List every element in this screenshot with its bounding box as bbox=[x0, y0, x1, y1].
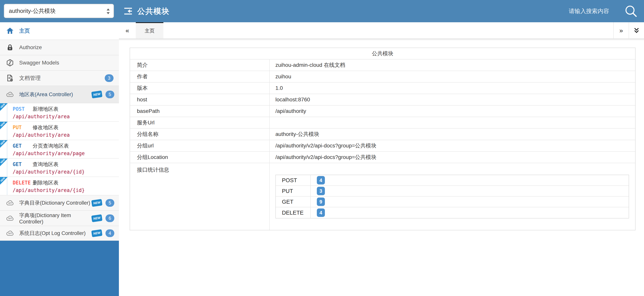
api-stats-row: 接口统计信息 POST 4 PUT 3 bbox=[130, 163, 635, 230]
new-ribbon: NEW bbox=[91, 214, 102, 222]
endpoint-name: 分页查询地区表 bbox=[32, 142, 69, 149]
sidebar: 主页 Authorize Swagger Mode bbox=[0, 22, 119, 296]
main-content: « 主页 » 公共模块 简介 zuihou-admin-cloud 在线文档 bbox=[119, 22, 644, 296]
sidebar-controller-label: 字典项(Dictionary Item Controller) bbox=[19, 212, 92, 225]
table-row: 分组url /api/authority/v2/api-docs?group=公… bbox=[130, 140, 635, 152]
api-cloud-icon: API bbox=[6, 200, 14, 206]
api-cloud-icon: API bbox=[6, 230, 14, 236]
endpoint-name: 查询地区表 bbox=[32, 161, 58, 168]
sidebar-item-home[interactable]: 主页 bbox=[0, 22, 119, 40]
table-row: basePath /api/authority bbox=[130, 106, 635, 117]
table-row: host localhost:8760 bbox=[130, 94, 635, 106]
tabbar-spacer bbox=[164, 22, 613, 38]
doc-settings-icon bbox=[6, 74, 14, 82]
method-label: DELETE bbox=[13, 180, 32, 186]
lock-icon bbox=[6, 44, 14, 51]
table-row: 分组名称 authority-公共模块 bbox=[130, 129, 635, 140]
sidebar-controller-label: 地区表(Area Controller) bbox=[19, 91, 73, 98]
endpoint-get-area-page[interactable]: NEW GET 分页查询地区表 /api/authority/area/page bbox=[0, 140, 119, 159]
sidebar-controller-dictionary[interactable]: API 字典目录(Dictionary Controller) NEW 5 bbox=[0, 195, 119, 211]
api-cloud-icon: API bbox=[6, 215, 14, 221]
method-label: GET bbox=[13, 161, 32, 167]
sidebar-item-doc-manage[interactable]: 文档管理 3 bbox=[0, 71, 119, 86]
api-cloud-icon: API bbox=[6, 91, 14, 98]
sidebar-controller-dictionary-item[interactable]: API 字典项(Dictionary Item Controller) NEW … bbox=[0, 211, 119, 226]
sidebar-controller-label: 字典目录(Dictionary Controller) bbox=[19, 199, 90, 206]
sidebar-item-authorize[interactable]: Authorize bbox=[0, 40, 119, 55]
select-arrows-icon bbox=[106, 8, 110, 16]
api-stats-table: POST 4 PUT 3 GET bbox=[276, 175, 629, 218]
svg-text:API: API bbox=[8, 202, 12, 204]
endpoint-delete-area[interactable]: NEW DELETE 删除地区表 /api/authority/area/{id… bbox=[0, 177, 119, 195]
table-row: 分组Location /api/authority/v2/api-docs?gr… bbox=[130, 152, 635, 163]
table-row: 版本 1.0 bbox=[130, 83, 635, 94]
table-row: 作者 zuihou bbox=[130, 71, 635, 83]
sidebar-item-label: Swagger Models bbox=[19, 60, 59, 66]
table-title: 公共模块 bbox=[130, 48, 635, 60]
endpoint-path: /api/authority/area/{id} bbox=[13, 187, 85, 193]
count-badge: 6 bbox=[106, 214, 114, 222]
home-icon bbox=[6, 27, 14, 35]
method-label: POST bbox=[13, 106, 32, 112]
endpoint-path: /api/authority/area bbox=[13, 114, 70, 119]
endpoint-path: /api/authority/area bbox=[13, 132, 70, 138]
sidebar-controller-label: 系统日志(Opt Log Controller) bbox=[19, 230, 86, 237]
method-count-badge: 3 bbox=[317, 187, 325, 195]
sidebar-controller-area[interactable]: API 地区表(Area Controller) NEW 5 bbox=[0, 86, 119, 103]
sidebar-item-label: 文档管理 bbox=[19, 75, 41, 82]
sidebar-item-label: Authorize bbox=[19, 44, 42, 51]
new-ribbon: NEW bbox=[91, 90, 102, 98]
page-title: 公共模块 bbox=[137, 6, 170, 17]
new-ribbon: NEW bbox=[91, 229, 102, 237]
sidebar-controller-optlog[interactable]: API 系统日志(Opt Log Controller) NEW 4 bbox=[0, 226, 119, 241]
method-label: GET bbox=[13, 143, 32, 149]
double-chevron-down-icon[interactable] bbox=[629, 22, 644, 38]
endpoint-path: /api/authority/area/page bbox=[13, 150, 85, 156]
group-select[interactable]: authority-公共模块 bbox=[4, 4, 114, 18]
swagger-models-icon bbox=[6, 59, 14, 67]
group-select-value: authority-公共模块 bbox=[9, 7, 56, 15]
menu-fold-icon[interactable] bbox=[123, 6, 133, 16]
sidebar-item-label: 主页 bbox=[19, 27, 30, 35]
count-badge: 3 bbox=[105, 74, 114, 82]
method-count-badge: 9 bbox=[317, 197, 325, 206]
module-info-table: 公共模块 简介 zuihou-admin-cloud 在线文档 作者 zuiho… bbox=[130, 48, 636, 230]
endpoint-path: /api/authority/area/{id} bbox=[13, 169, 85, 175]
stats-row: PUT 3 bbox=[276, 186, 629, 197]
tabs-scroll-right-icon[interactable]: » bbox=[613, 22, 629, 38]
table-row: 简介 zuihou-admin-cloud 在线文档 bbox=[130, 60, 635, 71]
stats-row: DELETE 4 bbox=[276, 207, 629, 218]
endpoint-put-area[interactable]: NEW PUT 修改地区表 /api/authority/area bbox=[0, 122, 119, 140]
sidebar-filler bbox=[0, 241, 119, 296]
endpoint-name: 新增地区表 bbox=[32, 106, 58, 113]
endpoint-get-area-id[interactable]: NEW GET 查询地区表 /api/authority/area/{id} bbox=[0, 159, 119, 177]
search-input[interactable]: 请输入搜索内容 bbox=[569, 7, 609, 15]
count-badge: 5 bbox=[106, 91, 114, 98]
endpoint-post-area[interactable]: NEW POST 新增地区表 /api/authority/area bbox=[0, 103, 119, 122]
stats-row: POST 4 bbox=[276, 175, 629, 186]
tab-label: 主页 bbox=[144, 28, 154, 34]
method-count-badge: 4 bbox=[317, 176, 325, 184]
method-label: PUT bbox=[13, 125, 32, 130]
count-badge: 5 bbox=[106, 199, 114, 207]
svg-text:API: API bbox=[8, 217, 12, 220]
count-badge: 4 bbox=[106, 229, 114, 237]
new-ribbon: NEW bbox=[91, 199, 102, 207]
endpoint-list: NEW POST 新增地区表 /api/authority/area NEW P… bbox=[0, 103, 119, 195]
svg-text:API: API bbox=[8, 232, 12, 235]
endpoint-name: 修改地区表 bbox=[32, 124, 58, 131]
stats-row: GET 9 bbox=[276, 197, 629, 207]
svg-text:API: API bbox=[8, 94, 12, 96]
method-count-badge: 4 bbox=[317, 208, 325, 217]
sidebar-item-swagger-models[interactable]: Swagger Models bbox=[0, 55, 119, 71]
tabbar: « 主页 » bbox=[119, 22, 644, 39]
tabbar-shadow bbox=[119, 39, 644, 41]
table-row: 服务Url bbox=[130, 117, 635, 129]
endpoint-name: 删除地区表 bbox=[32, 179, 58, 186]
tabs-scroll-left-icon[interactable]: « bbox=[119, 22, 136, 38]
search-area: 请输入搜索内容 bbox=[569, 0, 638, 22]
app-header: 公共模块 bbox=[123, 0, 170, 22]
topbar: authority-公共模块 公共模块 请输入搜索内容 bbox=[0, 0, 644, 22]
search-icon[interactable] bbox=[624, 5, 638, 18]
tab-home[interactable]: 主页 bbox=[136, 22, 164, 38]
